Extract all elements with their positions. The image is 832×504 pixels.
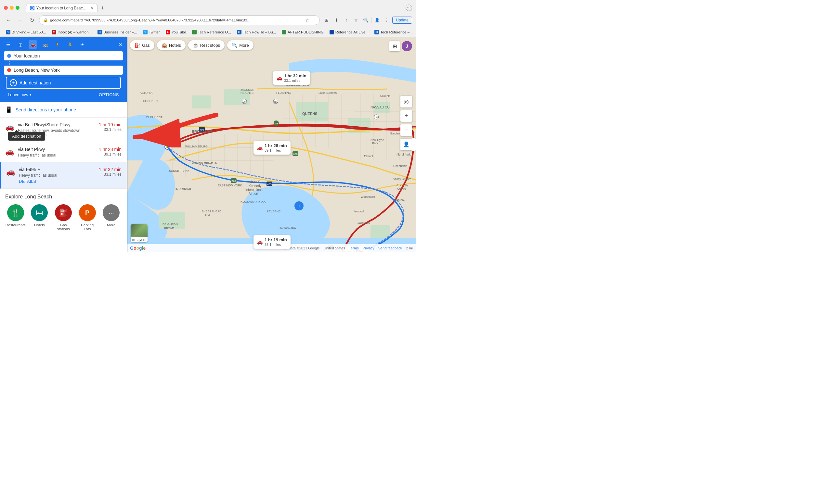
- route-box-info-0: 1 hr 32 min 33.1 miles: [284, 74, 307, 83]
- twitter-icon: 𝕏: [143, 30, 148, 34]
- map-grid-button[interactable]: ⊞: [389, 41, 400, 51]
- feedback-link[interactable]: Send feedback: [378, 246, 402, 250]
- explore-gas-stations[interactable]: ⛽ Gas stations: [53, 204, 74, 231]
- my-location-button[interactable]: ◎: [400, 96, 412, 108]
- options-button[interactable]: OPTIONS: [99, 92, 119, 97]
- connector-dot: [9, 63, 10, 65]
- maximize-traffic-light[interactable]: [16, 6, 20, 10]
- svg-text:Kennedy: Kennedy: [249, 184, 261, 188]
- connector-dot: [9, 65, 10, 67]
- rest-stops-button[interactable]: ☕ Rest stops: [188, 40, 225, 50]
- map-toolbar: ⛽ Gas 🏨 Hotels ☕ Rest stops 🔍 More: [130, 40, 254, 50]
- close-directions-button[interactable]: ✕: [119, 41, 123, 48]
- destination-input-row[interactable]: Long Beach, New York ⠿: [4, 65, 123, 75]
- map-user-avatar[interactable]: J: [402, 41, 412, 51]
- origin-drag-handle[interactable]: ⠿: [117, 54, 120, 58]
- close-traffic-light[interactable]: [4, 6, 8, 10]
- svg-text:JACKSON: JACKSON: [240, 88, 255, 91]
- bookmark-youtube[interactable]: ▶ YouTube: [164, 29, 188, 35]
- zoom-icon[interactable]: 🔍: [361, 16, 370, 24]
- route-time-dist-0: 1 hr 19 min 33.1 miles: [99, 122, 122, 132]
- explore-more[interactable]: ··· More: [101, 204, 122, 231]
- collapse-sidebar-button[interactable]: ‹: [412, 138, 416, 151]
- browser-chrome: Your location to Long Beach, N... ✕ + ⋯ …: [0, 0, 416, 37]
- minimize-traffic-light[interactable]: [10, 6, 14, 10]
- profile-button[interactable]: 👤: [373, 16, 381, 24]
- active-tab[interactable]: Your location to Long Beach, N... ✕: [26, 4, 98, 12]
- more-map-button[interactable]: 🔍 More: [227, 40, 254, 50]
- address-bar[interactable]: 🔒 google.com/maps/dir/40.7099933,-74.010…: [39, 15, 320, 25]
- new-tab-button[interactable]: +: [99, 4, 106, 12]
- bookmark-after-publishing[interactable]: + AFTER PUBLISHING: [280, 29, 326, 35]
- bookmark-ref-all-live[interactable]: ~ Reference All Live...: [328, 29, 370, 35]
- layers-thumbnail: [131, 224, 148, 237]
- svg-text:EAST NEW YORK: EAST NEW YORK: [218, 184, 242, 187]
- cast-icon[interactable]: ⬚: [311, 18, 316, 23]
- bookmark-business-insider[interactable]: BI Business Insider –...: [96, 29, 139, 35]
- privacy-link[interactable]: Privacy: [363, 246, 374, 250]
- back-button[interactable]: ←: [4, 16, 13, 25]
- leave-now-dropdown[interactable]: Leave now ▾: [8, 92, 31, 97]
- forward-button[interactable]: →: [16, 16, 25, 25]
- zoom-in-button[interactable]: +: [400, 110, 412, 122]
- transport-walk-icon[interactable]: 🚶: [53, 40, 62, 49]
- layers-button[interactable]: ⊞ Layers: [131, 224, 148, 242]
- downloads-icon[interactable]: ⬇: [332, 16, 341, 24]
- send-directions-button[interactable]: 📱 Send directions to your phone: [0, 102, 127, 117]
- options-bar: Leave now ▾ OPTIONS: [4, 90, 123, 99]
- browser-menu-icon[interactable]: ⋯: [406, 4, 412, 11]
- tab-title: Your location to Long Beach, N...: [36, 6, 87, 10]
- svg-text:495: 495: [267, 183, 272, 186]
- street-view-button[interactable]: 👤: [400, 139, 412, 150]
- svg-text:Lynbrook: Lynbrook: [393, 198, 405, 202]
- route-info-1: via Belt Pkwy Heavy traffic, as usual: [18, 147, 95, 158]
- destination-dot: [7, 68, 11, 72]
- gas-button[interactable]: ⛽ Gas: [130, 40, 154, 50]
- origin-dot: [7, 54, 11, 58]
- route-box-1: 🚗 1 hr 28 min 39.1 miles: [254, 141, 290, 155]
- transport-transit-icon[interactable]: 🚌: [41, 40, 49, 49]
- hamburger-menu-icon[interactable]: ☰: [4, 40, 12, 49]
- bookmark-twitter[interactable]: 𝕏 Twitter: [141, 29, 162, 35]
- origin-input-row[interactable]: Your location ⠿: [4, 51, 123, 60]
- bookmark-icon[interactable]: ☆: [352, 16, 360, 24]
- title-bar: Your location to Long Beach, N... ✕ + ⋯: [0, 0, 416, 13]
- bookmark-bi-viking[interactable]: BI BI Viking – Last 50...: [4, 29, 48, 35]
- destination-drag-handle[interactable]: ⠿: [117, 68, 120, 72]
- explore-parking[interactable]: P Parking Lots: [77, 204, 98, 231]
- tab-close-button[interactable]: ✕: [90, 6, 93, 10]
- transport-bike-icon[interactable]: 🚴: [66, 40, 74, 49]
- bookmark-star-icon[interactable]: ☆: [305, 18, 309, 23]
- route-item-2[interactable]: 🚗 via I-495 E Heavy traffic, as usual DE…: [0, 162, 127, 189]
- terms-link[interactable]: Terms: [349, 246, 359, 250]
- extensions-button[interactable]: ⊞: [322, 16, 331, 24]
- hotels-button[interactable]: 🏨 Hotels: [157, 40, 186, 50]
- connector-dot: [9, 61, 10, 62]
- add-destination-row[interactable]: + Add destination: [6, 77, 120, 88]
- explore-restaurants[interactable]: 🍴 Restaurants: [5, 204, 26, 231]
- explore-hotels[interactable]: 🛏 Hotels: [29, 204, 50, 231]
- route-time-dist-2: 1 hr 32 min 33.1 miles: [99, 167, 122, 177]
- add-destination-tooltip: Add destination: [8, 132, 45, 141]
- svg-text:25: 25: [243, 101, 246, 103]
- more-label: More: [107, 223, 115, 227]
- svg-text:WILLIAMSBURG: WILLIAMSBURG: [185, 145, 208, 148]
- zoom-out-button[interactable]: −: [400, 124, 412, 136]
- route-car-icon-0: 🚗: [5, 123, 14, 131]
- bookmark-tech-howto[interactable]: BI Tech How To – Bu...: [235, 29, 278, 35]
- route-item-1[interactable]: 🚗 via Belt Pkwy Heavy traffic, as usual …: [0, 142, 127, 162]
- transport-flight-icon[interactable]: ✈: [78, 40, 86, 49]
- details-link[interactable]: DETAILS: [19, 179, 95, 184]
- transport-car-icon[interactable]: 🚗: [29, 40, 37, 49]
- map-area[interactable]: ✈ BROOKLYN QUEENS NASSAU CO. FLUSHING JA…: [127, 37, 416, 252]
- update-button[interactable]: Update: [392, 17, 412, 24]
- transport-nav-icon[interactable]: ◎: [16, 40, 25, 49]
- sync-icon[interactable]: ↑: [342, 16, 350, 24]
- nav-icons: ⊞ ⬇ ↑ ☆ 🔍 👤 ⋮ Update: [322, 16, 412, 24]
- refresh-button[interactable]: ↻: [27, 16, 36, 25]
- settings-button[interactable]: ⋮: [383, 16, 391, 24]
- bookmark-inbox[interactable]: M Inbox (4) – wanton...: [50, 29, 94, 35]
- bookmark-tech-ref2[interactable]: BI Tech Reference –...: [372, 29, 415, 35]
- tech-ref2-icon: BI: [374, 30, 379, 34]
- bookmark-tech-reference[interactable]: + Tech Reference O...: [190, 29, 233, 35]
